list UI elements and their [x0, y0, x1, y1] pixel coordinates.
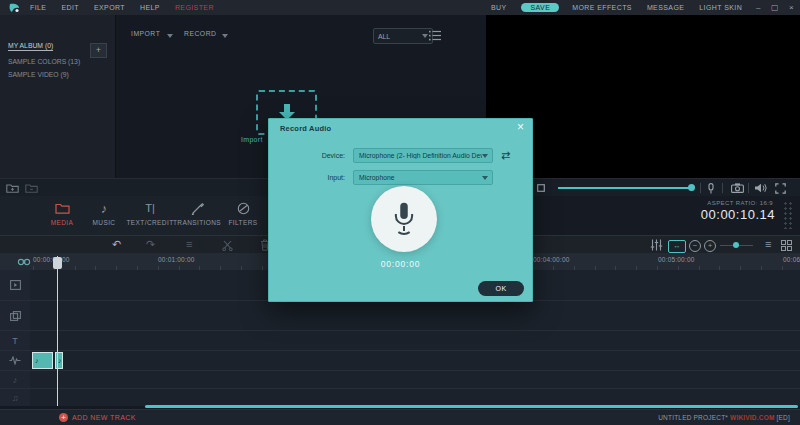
music-track2-lane[interactable]: [30, 389, 800, 406]
video-editor-app: FILE EDIT EXPORT HELP REGISTER BUY SAVE …: [0, 0, 800, 425]
device-select[interactable]: Microphone (2- High Definition Audio Dev…: [353, 148, 493, 163]
chevron-down-icon: [482, 154, 488, 158]
divider: [722, 183, 723, 193]
menu-file[interactable]: FILE: [30, 4, 46, 11]
seek-slider[interactable]: [558, 187, 692, 189]
record-menu[interactable]: RECORD: [184, 30, 216, 37]
light-skin-button[interactable]: LIGHT SKIN: [699, 4, 742, 11]
audio-clip[interactable]: ♪: [32, 352, 53, 369]
list-view-icon[interactable]: [429, 30, 441, 41]
preview-controls: [486, 178, 800, 197]
add-album-button[interactable]: +: [90, 43, 107, 58]
timeline-scrollbar[interactable]: [145, 405, 798, 408]
panel-drag-handle[interactable]: [783, 201, 794, 229]
track-list-icon[interactable]: ≡: [765, 238, 771, 250]
divider: [700, 183, 701, 193]
volume-speaker-icon[interactable]: [754, 183, 767, 193]
playhead-line[interactable]: [57, 256, 58, 406]
menu-export[interactable]: EXPORT: [94, 4, 125, 11]
menubar: FILE EDIT EXPORT HELP REGISTER BUY SAVE …: [0, 0, 800, 16]
seek-slider-thumb[interactable]: [688, 184, 695, 191]
media-filter-select[interactable]: ALL: [373, 28, 433, 44]
music-track-lane[interactable]: [30, 371, 800, 389]
import-menu[interactable]: IMPORT: [131, 30, 160, 37]
menu-edit[interactable]: EDIT: [61, 4, 79, 11]
preview-timecode: 00:00:10.14: [701, 207, 775, 222]
grid-view-icon[interactable]: [781, 240, 792, 251]
music-note-icon: ♪: [35, 357, 39, 364]
redo-icon[interactable]: ↷: [146, 238, 155, 251]
watermark-text: WIKIVID.COM: [730, 414, 774, 421]
buy-button[interactable]: BUY: [491, 4, 507, 11]
close-icon[interactable]: ×: [789, 3, 794, 12]
refresh-devices-icon[interactable]: ⇄: [501, 148, 510, 163]
menu-help[interactable]: HELP: [140, 4, 160, 11]
scissors-split-icon[interactable]: [222, 240, 233, 251]
add-new-track-button[interactable]: ADD NEW TRACK: [72, 414, 136, 421]
status-bar: + ADD NEW TRACK UNTITLED PROJECT* WIKIVI…: [0, 409, 800, 425]
microphone-icon: [389, 201, 419, 237]
filter-circle-icon: [237, 202, 250, 215]
preview-screen: [486, 15, 800, 178]
playhead-handle[interactable]: [53, 257, 62, 269]
music-track2-icon[interactable]: ♫: [0, 389, 30, 406]
snapshot-camera-icon[interactable]: [731, 183, 744, 193]
album-item-my-album[interactable]: MY ALBUM (0): [8, 42, 53, 51]
delete-folder-icon[interactable]: [25, 183, 38, 193]
stop-icon[interactable]: [537, 184, 545, 192]
new-folder-icon[interactable]: [6, 183, 19, 193]
timeline-zoom-thumb[interactable]: [733, 242, 739, 248]
device-label: Device:: [275, 148, 345, 163]
more-effects-button[interactable]: MORE EFFECTS: [572, 4, 632, 11]
ruler-label: 00:05:00:00: [658, 256, 695, 263]
minimize-icon[interactable]: –: [756, 3, 761, 12]
zoom-in-icon[interactable]: +: [704, 240, 716, 252]
ruler-label: 00:06:00:00: [783, 256, 800, 263]
record-button[interactable]: [371, 186, 437, 252]
text-track-lane[interactable]: [30, 331, 800, 351]
chevron-down-icon: [482, 176, 488, 180]
album-sidebar: MY ALBUM (0) + SAMPLE COLORS (13) SAMPLE…: [0, 15, 115, 178]
audio-track-icon[interactable]: [0, 351, 30, 371]
media-filter-value: ALL: [378, 33, 390, 40]
ruler-label: 00:01:00:00: [158, 256, 195, 263]
pip-track-lane[interactable]: [30, 301, 800, 331]
voiceover-mic-icon[interactable]: [707, 183, 715, 194]
divider: [748, 183, 749, 193]
project-status: UNTITLED PROJECT* WIKIVID.COM [ED]: [658, 414, 790, 421]
import-zone-label: Import: [241, 136, 263, 143]
menu-register[interactable]: REGISTER: [175, 4, 214, 11]
track-header-column: T ♪ ♫: [0, 270, 31, 406]
app-logo-icon: [8, 3, 21, 13]
link-clips-icon[interactable]: [17, 257, 31, 267]
chevron-down-icon: [167, 34, 173, 38]
undo-icon[interactable]: ↶: [112, 238, 121, 251]
edited-flag: [ED]: [777, 414, 790, 421]
album-item-sample-video[interactable]: SAMPLE VIDEO (9): [8, 71, 69, 78]
zoom-fit-icon[interactable]: ↔: [668, 240, 686, 253]
zoom-out-icon[interactable]: −: [689, 240, 701, 252]
maximize-icon[interactable]: ▢: [771, 3, 779, 12]
music-track-icon[interactable]: ♪: [0, 371, 30, 389]
add-track-plus-icon[interactable]: +: [59, 413, 68, 422]
device-value: Microphone (2- High Definition Audio Dev…: [359, 152, 482, 159]
audio-mixer-icon[interactable]: [650, 239, 663, 251]
pip-track-icon[interactable]: [0, 301, 30, 331]
input-label: Input:: [275, 170, 345, 185]
aspect-ratio-label: ASPECT RATIO: 16:9: [707, 200, 773, 206]
album-item-sample-colors[interactable]: SAMPLE COLORS (13): [8, 58, 80, 65]
message-button[interactable]: MESSAGE: [647, 4, 684, 11]
input-select[interactable]: Microphone: [353, 170, 493, 185]
ruler-label: 00:00:00:00: [33, 256, 70, 263]
video-track-icon[interactable]: [0, 270, 30, 301]
fullscreen-icon[interactable]: [775, 183, 786, 194]
text-track-icon[interactable]: T: [0, 331, 30, 351]
dialog-close-icon[interactable]: ×: [517, 120, 524, 134]
music-note-icon: ♪: [58, 357, 62, 364]
timeline-menu-icon[interactable]: ≡: [186, 238, 192, 250]
record-audio-dialog: Record Audio × Device: Microphone (2- Hi…: [268, 118, 533, 302]
chevron-down-icon: [222, 34, 228, 38]
audio-track-lane[interactable]: [30, 351, 800, 371]
save-button[interactable]: SAVE: [521, 3, 559, 12]
ok-button[interactable]: OK: [478, 281, 524, 296]
